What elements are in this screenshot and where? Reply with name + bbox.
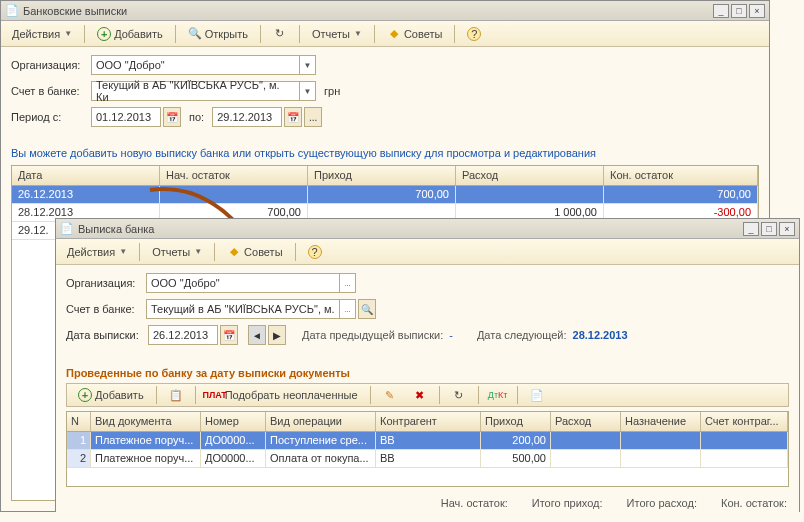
close-button[interactable]: × (749, 4, 765, 18)
reports-menu[interactable]: Отчеты▼ (305, 25, 369, 43)
diamond-icon: ◆ (227, 245, 241, 259)
docs-dtk[interactable]: ДтКт (484, 385, 512, 405)
totals-row: Нач. остаток: 0,00 Итого приход: 700,00 … (56, 489, 799, 512)
h-doc[interactable]: Вид документа (91, 412, 201, 431)
help-icon: ? (467, 27, 481, 41)
sub-account-ellipsis[interactable]: ... (339, 300, 355, 318)
help-icon: ? (308, 245, 322, 259)
sub-tips[interactable]: ◆ Советы (220, 242, 289, 262)
sub-maximize[interactable]: □ (761, 222, 777, 236)
docs-more[interactable]: 📄 (523, 385, 551, 405)
sub-window-title: Выписка банка (78, 223, 154, 235)
period-to-input[interactable]: 29.12.2013 (212, 107, 282, 127)
sub-reports-menu[interactable]: Отчеты▼ (145, 243, 209, 261)
refresh-button[interactable]: ↻ (266, 24, 294, 44)
diamond-icon: ◆ (387, 27, 401, 41)
prev-nav[interactable]: ◄ (248, 325, 266, 345)
sub-minimize[interactable]: _ (743, 222, 759, 236)
col-close[interactable]: Кон. остаток (604, 166, 758, 185)
main-toolbar: Действия▼ + Добавить 🔍 Открыть ↻ Отчеты▼… (1, 21, 769, 47)
sub-account-input[interactable]: Текущий в АБ "КИЇВСЬКА РУСЬ", м. ... (146, 299, 356, 319)
sub-org-input[interactable]: ООО "Добро" ... (146, 273, 356, 293)
total-close-label: Кон. остаток: (721, 497, 787, 509)
docs-add[interactable]: + Добавить (71, 385, 151, 405)
total-in-label: Итого приход: (532, 497, 603, 509)
docs-copy[interactable]: 📋 (162, 385, 190, 405)
sub-window: 📄 Выписка банка _ □ × Действия▼ Отчеты▼ … (55, 218, 800, 512)
next-date-value: 28.12.2013 (573, 329, 628, 341)
docs-delete[interactable]: ✖ (406, 385, 434, 405)
period-picker[interactable]: ... (304, 107, 322, 127)
docs-grid: N Вид документа Номер Вид операции Контр… (66, 411, 789, 487)
sub-help[interactable]: ? (301, 242, 329, 262)
col-in[interactable]: Приход (308, 166, 456, 185)
sub-org-ellipsis[interactable]: ... (339, 274, 355, 292)
h-n[interactable]: N (67, 412, 91, 431)
table-row[interactable]: 2 Платежное поруч... ДО0000... Оплата от… (67, 450, 788, 468)
col-out[interactable]: Расход (456, 166, 604, 185)
minimize-button[interactable]: _ (713, 4, 729, 18)
account-dropdown-btn[interactable]: ▼ (299, 82, 315, 100)
sub-date-input[interactable]: 26.12.2013 (148, 325, 218, 345)
sub-toolbar-top: Действия▼ Отчеты▼ ◆ Советы ? (56, 239, 799, 265)
help-button[interactable]: ? (460, 24, 488, 44)
sub-account-lookup[interactable]: 🔍 (358, 299, 376, 319)
sub-actions-menu[interactable]: Действия▼ (60, 243, 134, 261)
tips-button[interactable]: ◆ Советы (380, 24, 449, 44)
h-in[interactable]: Приход (481, 412, 551, 431)
total-open-label: Нач. остаток: (441, 497, 508, 509)
next-nav[interactable]: ▶ (268, 325, 286, 345)
account-input[interactable]: Текущий в АБ "КИЇВСЬКА РУСЬ", м. Ки ▼ (91, 81, 316, 101)
docs-edit[interactable]: ✎ (376, 385, 404, 405)
sub-org-label: Организация: (66, 277, 146, 289)
prev-date-value: - (449, 329, 453, 341)
next-date-label: Дата следующей: (477, 329, 567, 341)
total-out-value: 0,00 (627, 511, 697, 512)
plat-icon: ПЛАТ (208, 388, 222, 402)
org-dropdown-btn[interactable]: ▼ (299, 56, 315, 74)
table-row[interactable]: 1 Платежное поруч... ДО0000... Поступлен… (67, 432, 788, 450)
period-from-input[interactable]: 01.12.2013 (91, 107, 161, 127)
account-label: Счет в банке: (11, 85, 91, 97)
total-close-value: 700,00 (721, 511, 787, 512)
app-icon: 📄 (5, 4, 19, 18)
docs-refresh[interactable]: ↻ (445, 385, 473, 405)
open-button[interactable]: 🔍 Открыть (181, 24, 255, 44)
window-title: Банковские выписки (23, 5, 127, 17)
copy-icon: 📋 (169, 388, 183, 402)
h-num[interactable]: Номер (201, 412, 266, 431)
app-icon: 📄 (60, 222, 74, 236)
dtk-icon: ДтКт (491, 388, 505, 402)
h-ctr[interactable]: Контрагент (376, 412, 481, 431)
col-date[interactable]: Дата (12, 166, 160, 185)
maximize-button[interactable]: □ (731, 4, 747, 18)
sub-date-calendar[interactable]: 📅 (220, 325, 238, 345)
col-open[interactable]: Нач. остаток (160, 166, 308, 185)
total-in-value: 700,00 (532, 511, 603, 512)
h-op[interactable]: Вид операции (266, 412, 376, 431)
pencil-icon: ✎ (383, 388, 397, 402)
prev-date-label: Дата предыдущей выписки: (302, 329, 443, 341)
period-label: Период с: (11, 111, 91, 123)
total-out-label: Итого расход: (627, 497, 697, 509)
period-to-label: по: (189, 111, 204, 123)
total-open-value: 0,00 (441, 511, 508, 512)
sub-date-label: Дата выписки: (66, 329, 148, 341)
hint-text: Вы можете добавить новую выписку банка и… (11, 147, 759, 159)
table-row[interactable]: 26.12.2013 700,00 700,00 (12, 186, 758, 204)
add-button[interactable]: + Добавить (90, 24, 170, 44)
delete-icon: ✖ (413, 388, 427, 402)
h-purp[interactable]: Назначение ... (621, 412, 701, 431)
docs-toolbar: + Добавить 📋 ПЛАТ Подобрать неоплаченные… (66, 383, 789, 407)
actions-menu[interactable]: Действия▼ (5, 25, 79, 43)
period-from-calendar[interactable]: 📅 (163, 107, 181, 127)
h-out[interactable]: Расход (551, 412, 621, 431)
titlebar[interactable]: 📄 Банковские выписки _ □ × (1, 1, 769, 21)
org-input[interactable]: ООО "Добро" ▼ (91, 55, 316, 75)
period-to-calendar[interactable]: 📅 (284, 107, 302, 127)
docs-pick[interactable]: ПЛАТ Подобрать неоплаченные (201, 385, 365, 405)
sub-close[interactable]: × (779, 222, 795, 236)
org-label: Организация: (11, 59, 91, 71)
sub-titlebar[interactable]: 📄 Выписка банка _ □ × (56, 219, 799, 239)
h-acc[interactable]: Счет контраг... (701, 412, 788, 431)
